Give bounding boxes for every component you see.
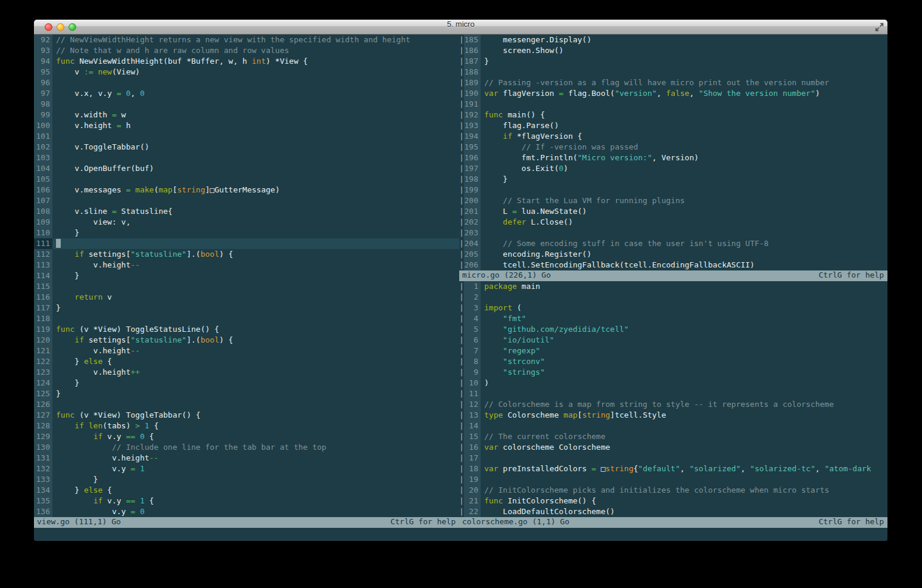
code-line[interactable]: 124 } bbox=[34, 378, 459, 388]
code-line[interactable]: |185 messenger.Display() bbox=[459, 35, 887, 45]
code-line[interactable]: 111 bbox=[34, 238, 459, 249]
line-number: 200 bbox=[464, 195, 481, 206]
code-line[interactable]: |203 bbox=[459, 228, 887, 238]
code-line[interactable]: |2 bbox=[459, 292, 887, 303]
code-line[interactable]: 104 v.OpenBuffer(buf) bbox=[34, 163, 459, 174]
window-titlebar[interactable]: 5. micro bbox=[34, 20, 887, 35]
resize-icon[interactable] bbox=[874, 22, 884, 32]
code-line[interactable]: 112 if settings["statusline"].(bool) { bbox=[34, 249, 459, 260]
code-line[interactable]: |196 fmt.Println("Micro version:", Versi… bbox=[459, 153, 887, 163]
code-line[interactable]: |199 bbox=[459, 185, 887, 195]
code-line[interactable]: |187} bbox=[459, 56, 887, 67]
code-line[interactable]: |17 bbox=[459, 453, 887, 463]
code-line[interactable]: |20// InitColorscheme picks and initiali… bbox=[459, 485, 887, 496]
code-line[interactable]: 114 } bbox=[34, 270, 459, 281]
code-line[interactable]: 117} bbox=[34, 303, 459, 313]
code-line[interactable]: 93// Note that w and h are raw column an… bbox=[34, 45, 459, 56]
code-line[interactable]: 119func (v *View) ToggleStatusLine() { bbox=[34, 324, 459, 335]
code-line[interactable]: 135 if v.y == 1 { bbox=[34, 496, 459, 506]
code-line[interactable]: |12// Colorscheme is a map from string t… bbox=[459, 399, 887, 410]
code-line[interactable]: 107 bbox=[34, 195, 459, 206]
code-line[interactable]: |15// The current colorscheme bbox=[459, 431, 887, 442]
code-line[interactable]: |9 "strings" bbox=[459, 367, 887, 378]
code-line[interactable]: 133 } bbox=[34, 474, 459, 485]
code-line[interactable]: |4 "fmt" bbox=[459, 313, 887, 324]
code-line[interactable]: 105 bbox=[34, 174, 459, 185]
code-line[interactable]: |14 bbox=[459, 421, 887, 431]
code-line[interactable]: 110 } bbox=[34, 228, 459, 238]
code-line[interactable]: 94func NewViewWidthHeight(buf *Buffer, w… bbox=[34, 56, 459, 67]
editor-pane-micro-go[interactable]: |185 messenger.Display()|186 screen.Show… bbox=[459, 35, 887, 270]
code-line[interactable]: 92// NewViewWidthHeight returns a new vi… bbox=[34, 35, 459, 45]
code-line[interactable]: 106 v.messages = make(map[string]□Gutter… bbox=[34, 185, 459, 195]
code-line[interactable]: |200 // Start the Lua VM for running plu… bbox=[459, 195, 887, 206]
code-line[interactable]: |198 } bbox=[459, 174, 887, 185]
code-line[interactable]: |8 "strconv" bbox=[459, 356, 887, 367]
code-line[interactable]: 108 v.sline = Statusline{ bbox=[34, 206, 459, 217]
code-line[interactable]: |197 os.Exit(0) bbox=[459, 163, 887, 174]
code-line[interactable]: 130 // Include one line for the tab bar … bbox=[34, 442, 459, 453]
code-line[interactable]: |16var colorscheme Colorscheme bbox=[459, 442, 887, 453]
code-line[interactable]: |5 "github.com/zyedidia/tcell" bbox=[459, 324, 887, 335]
code-line[interactable]: |10) bbox=[459, 378, 887, 388]
code-line[interactable]: |202 defer L.Close() bbox=[459, 217, 887, 228]
code-line[interactable]: 134 } else { bbox=[34, 485, 459, 496]
code-line[interactable]: |21func InitColorscheme() { bbox=[459, 496, 887, 506]
code-line[interactable]: |7 "regexp" bbox=[459, 346, 887, 356]
code-line[interactable]: 136 v.y = 0 bbox=[34, 506, 459, 517]
code-line[interactable]: 103 bbox=[34, 153, 459, 163]
code-line[interactable]: |190var flagVersion = flag.Bool("version… bbox=[459, 88, 887, 99]
code-line[interactable]: 97 v.x, v.y = 0, 0 bbox=[34, 88, 459, 99]
code-line[interactable]: |1package main bbox=[459, 281, 887, 292]
code-text: "strings" bbox=[481, 367, 887, 378]
code-line[interactable]: 102 v.ToggleTabbar() bbox=[34, 142, 459, 153]
code-line[interactable]: |189// Passing -version as a flag will h… bbox=[459, 77, 887, 88]
code-line[interactable]: |22 LoadDefaultColorscheme() bbox=[459, 506, 887, 517]
code-line[interactable]: |195 // If -version was passed bbox=[459, 142, 887, 153]
code-line[interactable]: 132 v.y = 1 bbox=[34, 463, 459, 474]
code-line[interactable]: 126 bbox=[34, 399, 459, 410]
code-line[interactable]: |191 bbox=[459, 99, 887, 110]
code-line[interactable]: 122 } else { bbox=[34, 356, 459, 367]
code-line[interactable]: 123 v.height++ bbox=[34, 367, 459, 378]
code-line[interactable]: 109 view: v, bbox=[34, 217, 459, 228]
code-line[interactable]: 125} bbox=[34, 388, 459, 399]
editor-pane-view-go[interactable]: 92// NewViewWidthHeight returns a new vi… bbox=[34, 35, 459, 517]
code-line[interactable]: 99 v.width = w bbox=[34, 110, 459, 120]
code-line[interactable]: |193 flag.Parse() bbox=[459, 120, 887, 131]
code-line[interactable]: |201 L = lua.NewState() bbox=[459, 206, 887, 217]
line-number: 10 bbox=[464, 378, 481, 388]
code-line[interactable]: 113 v.height-- bbox=[34, 260, 459, 270]
code-line[interactable]: 128 if len(tabs) > 1 { bbox=[34, 421, 459, 431]
code-line[interactable]: |3import ( bbox=[459, 303, 887, 313]
code-line[interactable]: 100 v.height = h bbox=[34, 120, 459, 131]
code-line[interactable]: 96 bbox=[34, 77, 459, 88]
code-line[interactable]: |18var preInstalledColors = □string{"def… bbox=[459, 463, 887, 474]
code-line[interactable]: |205 encoding.Register() bbox=[459, 249, 887, 260]
editor-pane-colorscheme-go[interactable]: |1package main|2|3import (|4 "fmt"|5 "gi… bbox=[459, 281, 887, 517]
code-line[interactable]: 116 return v bbox=[34, 292, 459, 303]
line-number: 22 bbox=[464, 506, 481, 517]
code-line[interactable]: |188 bbox=[459, 67, 887, 77]
code-line[interactable]: |194 if *flagVersion { bbox=[459, 131, 887, 142]
code-text: LoadDefaultColorscheme() bbox=[481, 506, 887, 517]
code-line[interactable]: 129 if v.y == 0 { bbox=[34, 431, 459, 442]
code-line[interactable]: 120 if settings["statusline"].(bool) { bbox=[34, 335, 459, 346]
code-line[interactable]: 98 bbox=[34, 99, 459, 110]
code-line[interactable]: |19 bbox=[459, 474, 887, 485]
code-line[interactable]: 127func (v *View) ToggleTabbar() { bbox=[34, 410, 459, 421]
code-line[interactable]: |11 bbox=[459, 388, 887, 399]
code-line[interactable]: |204 // Some encoding stuff in case the … bbox=[459, 238, 887, 249]
code-line[interactable]: 115 bbox=[34, 281, 459, 292]
code-line[interactable]: |186 screen.Show() bbox=[459, 45, 887, 56]
code-line[interactable]: 101 bbox=[34, 131, 459, 142]
code-line[interactable]: 95 v := new(View) bbox=[34, 67, 459, 77]
code-line[interactable]: |13type Colorscheme map[string]tcell.Sty… bbox=[459, 410, 887, 421]
code-line[interactable]: 121 v.height-- bbox=[34, 346, 459, 356]
code-line[interactable]: |6 "io/ioutil" bbox=[459, 335, 887, 346]
code-line[interactable]: |206 tcell.SetEncodingFallback(tcell.Enc… bbox=[459, 260, 887, 270]
command-line[interactable] bbox=[34, 528, 887, 541]
code-line[interactable]: |192func main() { bbox=[459, 110, 887, 120]
code-line[interactable]: 131 v.height-- bbox=[34, 453, 459, 463]
code-line[interactable]: 118 bbox=[34, 313, 459, 324]
